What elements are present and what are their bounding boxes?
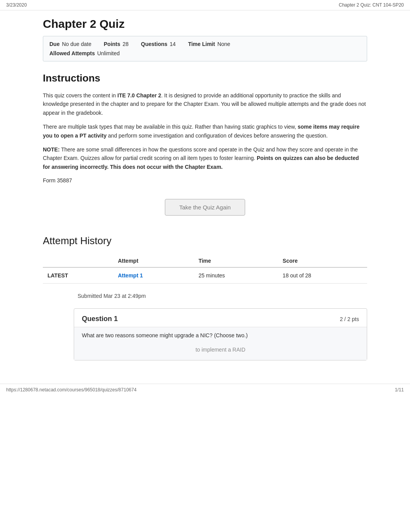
due-value: No due date xyxy=(62,41,91,47)
quiz-meta-row-1: Due No due date Points 28 Questions 14 T… xyxy=(49,41,361,47)
date-label: 3/23/2020 xyxy=(6,2,27,8)
submitted-text: Submitted Mar 23 at 2:49pm xyxy=(43,293,367,299)
main-content: Chapter 2 Quiz Due No due date Points 28… xyxy=(31,10,379,360)
time-limit-value: None xyxy=(217,41,230,47)
questions-label: Questions xyxy=(141,41,167,47)
allowed-attempts-item: Allowed Attempts Unlimited xyxy=(49,50,120,56)
table-header-row: Attempt Time Score xyxy=(43,255,367,267)
time-limit-item: Time Limit None xyxy=(188,41,230,47)
question-block-1: Question 1 2 / 2 pts What are two reason… xyxy=(74,308,367,360)
form-number: Form 35887 xyxy=(43,177,367,184)
questions-value: 14 xyxy=(170,41,176,47)
attempt-history-table: Attempt Time Score LATEST Attempt 1 25 m… xyxy=(43,255,367,284)
page-title-top: Chapter 2 Quiz: CNT 104-SP20 xyxy=(339,2,404,8)
time-limit-label: Time Limit xyxy=(188,41,215,47)
col-header-empty xyxy=(43,255,113,267)
instructions-para2: There are multiple task types that may b… xyxy=(43,122,367,140)
attempt-1-link[interactable]: Attempt 1 xyxy=(118,272,143,279)
due-label: Due xyxy=(49,41,59,47)
footer-url: https://1280678.netacad.com/courses/9650… xyxy=(6,387,137,393)
take-quiz-btn-wrapper: Take the Quiz Again xyxy=(43,199,367,216)
col-header-time: Time xyxy=(194,255,278,267)
instructions-para3: NOTE: There are some small differences i… xyxy=(43,145,367,171)
instructions-title: Instructions xyxy=(43,72,367,84)
points-item: Points 28 xyxy=(104,41,129,47)
top-bar: 3/23/2020 Chapter 2 Quiz: CNT 104-SP20 xyxy=(0,0,410,10)
quiz-meta-row-2: Allowed Attempts Unlimited xyxy=(49,50,361,56)
allowed-attempts-value: Unlimited xyxy=(97,50,120,56)
question-pts-1: 2 / 2 pts xyxy=(340,316,359,322)
points-label: Points xyxy=(104,41,120,47)
question-text-1: What are two reasons someone might upgra… xyxy=(82,331,359,340)
footer-page: 1/11 xyxy=(395,387,404,393)
attempt-link-cell: Attempt 1 xyxy=(113,267,194,284)
points-value: 28 xyxy=(123,41,129,47)
attempt-history-title: Attempt History xyxy=(43,235,367,247)
take-quiz-button[interactable]: Take the Quiz Again xyxy=(165,199,245,216)
quiz-title: Chapter 2 Quiz xyxy=(43,10,367,36)
question-header-1: Question 1 2 / 2 pts xyxy=(74,309,367,327)
question-body-1: What are two reasons someone might upgra… xyxy=(74,327,367,360)
questions-item: Questions 14 xyxy=(141,41,176,47)
question-title-1: Question 1 xyxy=(82,315,118,323)
attempt-score: 18 out of 28 xyxy=(278,267,367,284)
quiz-meta: Due No due date Points 28 Questions 14 T… xyxy=(43,36,367,61)
col-header-score: Score xyxy=(278,255,367,267)
instructions-para1: This quiz covers the content in ITE 7.0 … xyxy=(43,91,367,117)
attempt-time: 25 minutes xyxy=(194,267,278,284)
due-item: Due No due date xyxy=(49,41,91,47)
latest-label: LATEST xyxy=(43,267,113,284)
footer-bar: https://1280678.netacad.com/courses/9650… xyxy=(0,384,410,396)
col-header-attempt: Attempt xyxy=(113,255,194,267)
table-row: LATEST Attempt 1 25 minutes 18 out of 28 xyxy=(43,267,367,284)
answer-option-1: to implement a RAID xyxy=(82,345,359,354)
allowed-attempts-label: Allowed Attempts xyxy=(49,50,95,56)
